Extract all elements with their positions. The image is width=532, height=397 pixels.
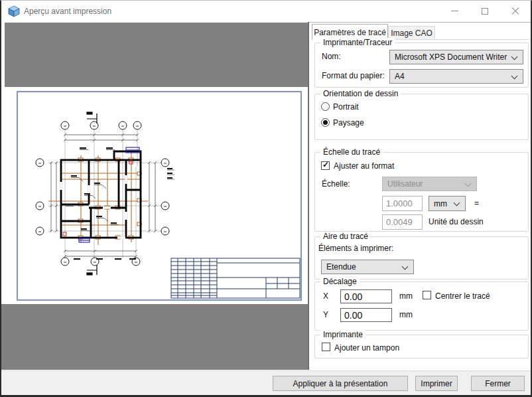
print-preview-dialog: Aperçu avant impression <box>0 0 532 397</box>
printer-name-label: Nom: <box>322 52 341 61</box>
print-label: Imprimer <box>421 379 452 388</box>
chevron-down-icon <box>511 54 518 60</box>
offset-y-unit: mm <box>399 310 413 319</box>
portrait-label: Portrait <box>333 102 359 112</box>
chevron-down-icon <box>511 73 518 80</box>
title-block <box>171 258 300 298</box>
offset-x-value: 0.00 <box>344 291 362 302</box>
landscape-label: Paysage <box>333 118 364 127</box>
scale-select: Utilisateur <box>382 177 477 191</box>
printer-name-value: Microsoft XPS Document Writer <box>395 52 507 62</box>
plot-settings-panel: Paramètres de tracé Image CAO Imprimante… <box>309 22 531 370</box>
center-plot-checkbox[interactable] <box>423 291 431 299</box>
printer-group-title: Imprimante/Traceur <box>320 38 395 47</box>
preview-background-bottom <box>1 304 308 370</box>
window-title: Aperçu avant impression <box>24 7 111 16</box>
plot-elements-value: Etendue <box>326 262 356 272</box>
add-stamp-checkbox[interactable] <box>322 343 330 351</box>
plot-elements-label: Éléments à imprimer: <box>318 244 393 253</box>
offset-x-input[interactable]: 0.00 <box>340 289 392 303</box>
printer-name-select[interactable]: Microsoft XPS Document Writer <box>389 50 523 64</box>
chevron-down-icon <box>402 264 409 270</box>
offset-x-label: X <box>323 291 328 301</box>
beam-blocks <box>78 158 141 239</box>
stamp-group: Imprimante Ajouter un tampon <box>314 335 529 358</box>
fit-to-paper-label: Ajuster au format <box>334 161 394 171</box>
preview-background-top <box>5 23 308 87</box>
paper-size-select[interactable]: A4 <box>389 69 523 84</box>
plot-elements-select[interactable]: Etendue <box>321 260 414 274</box>
stamp-group-title: Imprimante <box>320 330 366 339</box>
paper-size-value: A4 <box>395 72 405 81</box>
orientation-group: Orientation de dessin Portrait Paysage <box>314 94 529 140</box>
close-icon <box>511 7 519 15</box>
maximize-icon <box>482 8 488 15</box>
drawing-unit-input: 0.0049 <box>382 214 423 230</box>
orientation-group-title: Orientation de dessin <box>320 89 401 98</box>
plot-area-group: Aire du tracé Éléments à imprimer: Etend… <box>314 236 529 279</box>
offset-y-label: Y <box>323 310 328 319</box>
offset-x-unit: mm <box>399 291 413 301</box>
scale-value: Utilisateur <box>387 179 423 189</box>
tab-cad-image[interactable]: Image CAO <box>388 26 435 40</box>
paper-unit-input: 1.0000 <box>382 196 423 211</box>
apply-to-layout-label: Appliquer à la présentation <box>293 379 388 388</box>
offset-y-value: 0.00 <box>344 310 362 321</box>
chevron-down-icon <box>454 200 460 206</box>
unit-select[interactable]: mm <box>429 196 466 211</box>
close-button[interactable] <box>500 1 531 21</box>
offset-group-title: Décalage <box>320 277 360 286</box>
close-dialog-label: Fermer <box>485 379 511 388</box>
minimize-button[interactable] <box>439 1 470 21</box>
tab-strip-divider <box>388 39 529 40</box>
close-dialog-button[interactable]: Fermer <box>471 376 525 391</box>
fit-to-paper-checkbox[interactable] <box>321 161 330 170</box>
print-button[interactable]: Imprimer <box>415 376 458 391</box>
chevron-down-icon <box>465 181 472 187</box>
grid-axis-lines <box>48 130 161 258</box>
maximize-button[interactable] <box>470 1 500 21</box>
print-preview-area <box>1 22 309 370</box>
scale-label: Échelle: <box>322 179 350 189</box>
offset-y-input[interactable]: 0.00 <box>340 308 392 322</box>
apply-to-layout-button[interactable]: Appliquer à la présentation <box>273 376 408 391</box>
unit-value: mm <box>434 199 447 208</box>
portrait-radio[interactable] <box>321 102 330 111</box>
scale-group: Échelle du tracé Ajuster au format Échel… <box>314 152 529 232</box>
tab-cad-image-label: Image CAO <box>391 29 432 38</box>
bubble-marks <box>38 126 166 262</box>
footer-bar: Appliquer à la présentation Imprimer Fer… <box>1 370 531 396</box>
title-bar: Aperçu avant impression <box>1 1 531 22</box>
scale-group-title: Échelle du tracé <box>320 147 383 157</box>
tab-plot-settings-label: Paramètres de tracé <box>314 28 386 37</box>
paper-sheet <box>17 91 302 301</box>
paper-size-label: Format du papier: <box>322 71 385 80</box>
cad-floor-plan <box>18 92 300 299</box>
plot-area-group-title: Aire du tracé <box>320 232 371 241</box>
paper-unit-value: 1.0000 <box>386 198 413 208</box>
drawing-unit-value: 0.0049 <box>386 217 413 227</box>
offset-group: Décalage X 0.00 mm Centrer le tracé Y 0.… <box>314 281 529 331</box>
drawing-unit-label: Unité du dessin <box>429 217 484 226</box>
center-plot-label: Centrer le tracé <box>435 291 490 301</box>
minimize-icon <box>451 11 458 11</box>
add-stamp-label: Ajouter un tampon <box>334 343 399 353</box>
equals-sign: = <box>474 198 479 208</box>
landscape-radio[interactable] <box>321 118 330 127</box>
printer-group: Imprimante/Traceur Nom: Microsoft XPS Do… <box>314 42 529 88</box>
app-cube-icon <box>8 5 20 17</box>
